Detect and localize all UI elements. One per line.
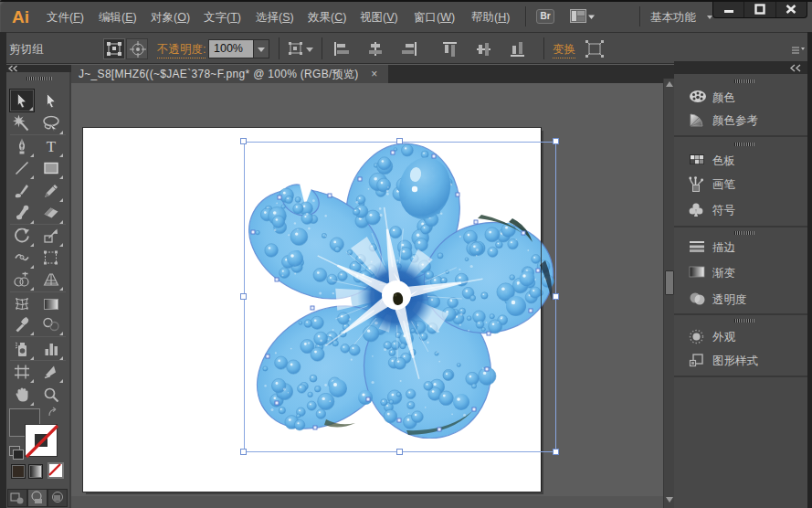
svg-text:T: T	[47, 139, 57, 154]
